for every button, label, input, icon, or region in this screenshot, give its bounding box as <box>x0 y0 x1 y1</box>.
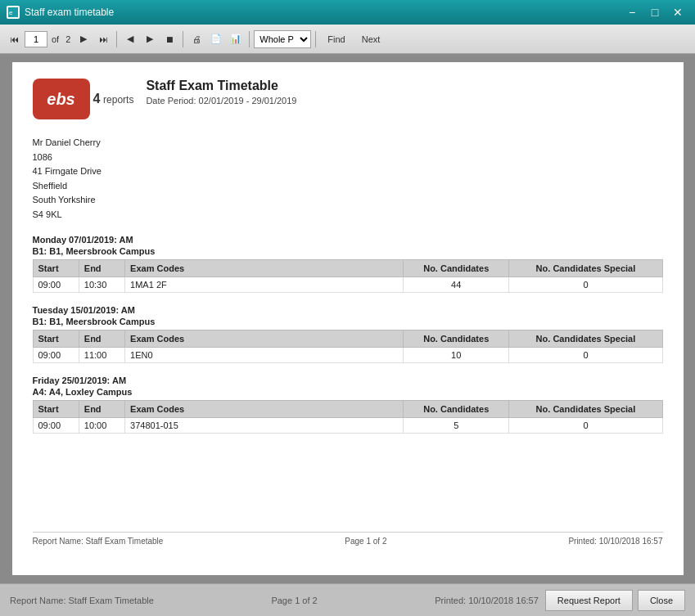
page-total: 2 <box>65 34 70 44</box>
section-friday-sub: A4: A4, Loxley Campus <box>33 387 663 397</box>
start-time: 09:00 <box>33 417 79 433</box>
section-tuesday: Tuesday 15/01/2019: AM B1: B1, Meersbroo… <box>33 305 663 363</box>
footer-printed: Printed: 10/10/2018 16:57 <box>568 537 662 546</box>
staff-info: Mr Daniel Cherry 1086 41 Firngate Drive … <box>33 136 663 223</box>
report-page: ebs 4 reports Staff Exam Timetable Date … <box>12 62 684 575</box>
maximize-button[interactable]: □ <box>644 4 666 20</box>
col-end-3: End <box>79 400 124 417</box>
stop-button[interactable]: ⏹ <box>160 29 178 49</box>
num-candidates: 10 <box>404 347 509 362</box>
exam-codes: 1EN0 <box>125 347 404 362</box>
staff-city: Sheffield <box>33 179 663 194</box>
window-controls[interactable]: − □ ✕ <box>621 4 688 20</box>
num-candidates: 44 <box>404 277 509 292</box>
separator-2 <box>183 31 183 47</box>
section-tuesday-sub: B1: B1, Meersbrook Campus <box>33 317 663 326</box>
footer-page-label: Page 1 of 2 <box>345 537 386 546</box>
last-page-button[interactable]: ⏭ <box>94 29 112 49</box>
back-button[interactable]: ◀ <box>121 29 139 49</box>
start-time: 09:00 <box>33 347 79 362</box>
num-special: 0 <box>509 277 662 292</box>
window-title: Staff exam timetable <box>25 7 114 18</box>
bottom-page-info: Page 1 of 2 <box>271 596 317 605</box>
section-monday-sub: B1: B1, Meersbrook Campus <box>33 246 663 256</box>
friday-table: Start End Exam Codes No. Candidates No. … <box>33 400 663 434</box>
toolbar: ⏮ 1 of 2 ▶ ⏭ ◀ ▶ ⏹ 🖨 📄 📊 Whole P Find Ne… <box>0 25 695 54</box>
start-time: 09:00 <box>33 277 79 292</box>
next-find-button[interactable]: Next <box>354 30 388 48</box>
page-navigation: ⏮ 1 of 2 ▶ ⏭ <box>5 29 112 49</box>
report-area: ebs 4 reports Staff Exam Timetable Date … <box>0 54 695 583</box>
num-candidates: 5 <box>404 417 509 433</box>
app-icon: e <box>7 6 20 19</box>
close-window-button[interactable]: ✕ <box>667 4 688 20</box>
staff-name: Mr Daniel Cherry <box>33 136 663 151</box>
col-num-special-3: No. Candidates Special <box>509 400 662 417</box>
svg-text:e: e <box>9 9 13 16</box>
minimize-button[interactable]: − <box>621 4 643 20</box>
section-tuesday-heading: Tuesday 15/01/2019: AM <box>33 305 663 315</box>
table-row: 09:00 10:30 1MA1 2F 44 0 <box>33 277 662 292</box>
num-special: 0 <box>509 417 662 433</box>
close-button[interactable]: Close <box>638 590 685 611</box>
col-codes-1: Exam Codes <box>125 259 404 277</box>
report-inner-footer: Report Name: Staff Exam Timetable Page 1… <box>33 532 663 546</box>
ebs-logo: ebs <box>33 79 90 119</box>
col-codes-3: Exam Codes <box>125 400 404 417</box>
staff-county: South Yorkshire <box>33 193 663 208</box>
exam-codes: 1MA1 2F <box>125 277 404 292</box>
section-monday: Monday 07/01/2019: AM B1: B1, Meersbrook… <box>33 235 663 293</box>
col-end-2: End <box>79 330 124 347</box>
export-button[interactable]: 📊 <box>227 29 245 49</box>
separator-1 <box>116 31 117 47</box>
monday-table: Start End Exam Codes No. Candidates No. … <box>33 259 663 293</box>
table-row: 09:00 11:00 1EN0 10 0 <box>33 347 662 362</box>
col-num-cand-3: No. Candidates <box>404 400 509 417</box>
col-num-special-2: No. Candidates Special <box>509 330 662 347</box>
section-friday: Friday 25/01/2019: AM A4: A4, Loxley Cam… <box>33 375 663 434</box>
request-report-button[interactable]: Request Report <box>545 590 633 611</box>
report-date-period: Date Period: 02/01/2019 - 29/01/2019 <box>146 96 296 106</box>
find-button[interactable]: Find <box>320 30 352 48</box>
col-num-special-1: No. Candidates Special <box>509 259 662 277</box>
exam-codes: 374801-015 <box>125 417 404 433</box>
num-special: 0 <box>509 347 662 362</box>
view-button[interactable]: 📄 <box>207 29 225 49</box>
col-codes-2: Exam Codes <box>125 330 404 347</box>
logo-subtitle: 4 reports <box>93 92 134 106</box>
forward-button[interactable]: ▶ <box>141 29 159 49</box>
footer-report-name: Report Name: Staff Exam Timetable <box>33 537 164 546</box>
report-header: ebs 4 reports Staff Exam Timetable Date … <box>33 79 663 119</box>
staff-id: 1086 <box>33 151 663 165</box>
next-page-button[interactable]: ▶ <box>74 29 93 49</box>
staff-address1: 41 Firngate Drive <box>33 164 663 179</box>
separator-3 <box>249 31 250 47</box>
report-title-block: Staff Exam Timetable Date Period: 02/01/… <box>146 79 296 106</box>
separator-4 <box>315 31 316 47</box>
section-monday-heading: Monday 07/01/2019: AM <box>33 235 663 245</box>
page-of-label: of <box>52 34 59 44</box>
col-start-1: Start <box>33 259 79 277</box>
col-start-2: Start <box>33 330 79 347</box>
first-page-button[interactable]: ⏮ <box>5 29 23 49</box>
staff-postcode: S4 9KL <box>33 208 663 223</box>
report-main-title: Staff Exam Timetable <box>146 79 296 93</box>
col-end-1: End <box>79 259 124 277</box>
footer-bar: Report Name: Staff Exam Timetable Page 1… <box>0 583 695 616</box>
zoom-dropdown[interactable]: Whole P <box>254 30 311 48</box>
end-time: 10:00 <box>79 417 124 433</box>
end-time: 11:00 <box>79 347 124 362</box>
end-time: 10:30 <box>79 277 124 292</box>
table-row: 09:00 10:00 374801-015 5 0 <box>33 417 662 433</box>
bottom-printed-info: Printed: 10/10/2018 16:57 <box>435 596 539 605</box>
bottom-report-name: Report Name: Staff Exam Timetable <box>10 596 154 605</box>
col-start-3: Start <box>33 400 79 417</box>
title-bar: e Staff exam timetable − □ ✕ <box>0 0 695 25</box>
tuesday-table: Start End Exam Codes No. Candidates No. … <box>33 330 663 363</box>
section-friday-heading: Friday 25/01/2019: AM <box>33 375 663 385</box>
col-num-cand-2: No. Candidates <box>404 330 509 347</box>
footer-buttons: Request Report Close <box>545 590 685 611</box>
print-button[interactable]: 🖨 <box>187 29 205 49</box>
col-num-cand-1: No. Candidates <box>404 259 509 277</box>
page-number-input[interactable]: 1 <box>25 31 47 47</box>
